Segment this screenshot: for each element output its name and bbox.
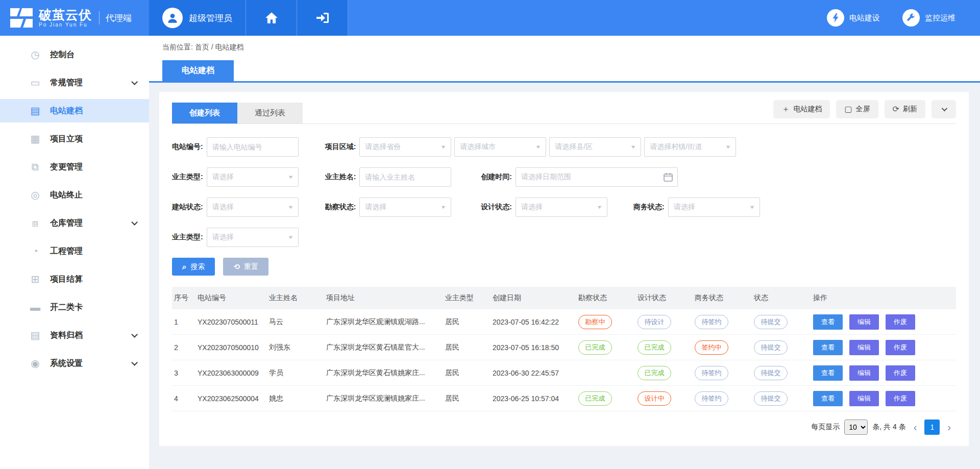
city-select[interactable]: 请选择城市 ▼ (454, 137, 546, 157)
fullscreen-button[interactable]: ▢ 全屏 (836, 100, 878, 118)
archive-icon: ▤ (29, 329, 42, 341)
status-badge: 勘察中 (578, 315, 612, 329)
edit-button[interactable]: 编辑 (849, 314, 879, 330)
nav-monitoring-ops[interactable]: 监控运维 (902, 9, 955, 27)
status-badge: 待提交 (754, 391, 788, 406)
current-page-button[interactable]: 1 (924, 419, 940, 435)
sidebar: ◷ 控制台 ▭ 常规管理 ▤ 电站建档 ▦ 项目立项 ⧉ 变更管理 ◎ 电站终止… (0, 36, 149, 469)
sidebar-item-project-initiation[interactable]: ▦ 项目立项 (0, 127, 149, 151)
sidebar-item-warehouse-management[interactable]: ⧈ 仓库管理 (0, 211, 149, 235)
void-button[interactable]: 作废 (886, 391, 915, 406)
view-button[interactable]: 查看 (813, 340, 843, 355)
tabs-row: 创建列表 通过列表 ＋ 电站建档 ▢ 全屏 ⟳ 刷新 (172, 92, 956, 124)
caret-down-icon: ▼ (725, 144, 731, 150)
owner-type-label: 业主类型: (172, 172, 203, 182)
town-select[interactable]: 请选择村镇/街道 ▼ (644, 137, 736, 157)
sidebar-item-type2-card[interactable]: ▬ 开二类卡 (0, 295, 149, 319)
plus-icon: ＋ (781, 105, 790, 113)
caret-down-icon: ▼ (596, 205, 602, 210)
table-header: 序号 电站编号 业主姓名 项目地址 业主类型 创建日期 勘察状态 设计状态 商务… (172, 287, 956, 309)
caret-down-icon: ▼ (535, 144, 542, 150)
sidebar-item-general-management[interactable]: ▭ 常规管理 (0, 71, 149, 94)
table-row: 3 YX2023063000009 学员 广东深圳龙华区黄石镇姚家庄... 居民… (172, 360, 956, 386)
view-button[interactable]: 查看 (813, 391, 843, 406)
void-button[interactable]: 作废 (886, 365, 915, 381)
build-status-select[interactable]: 请选择 ▼ (207, 198, 299, 217)
fullscreen-icon: ▢ (844, 105, 852, 113)
main-content: 当前位置: 首页 / 电站建档 电站建档 创建列表 通过列表 ＋ 电站建档 ▢ … (149, 36, 980, 469)
owner-name-input[interactable] (359, 167, 451, 187)
caret-down-icon: ▼ (287, 205, 293, 210)
business-status-label: 商务状态: (633, 203, 665, 212)
sidebar-item-engineering-management[interactable]: ◔ 工程管理 (0, 239, 149, 263)
caret-down-icon: ▼ (749, 205, 755, 210)
search-button[interactable]: ⌕ 搜索 (172, 258, 215, 276)
logout-button[interactable] (297, 0, 348, 36)
edit-button[interactable]: 编辑 (849, 391, 879, 406)
table-row: 4 YX2023062500004 姚忠 广东深圳龙华区观澜镇姚家庄... 居民… (172, 386, 956, 411)
home-button[interactable] (246, 0, 297, 36)
build-status-label: 建站状态: (172, 203, 203, 212)
region-label: 项目区域: (325, 142, 356, 152)
sidebar-item-data-archive[interactable]: ▤ 资料归档 (0, 324, 149, 347)
copy-icon: ⧉ (29, 161, 42, 173)
home-icon (265, 12, 278, 24)
sidebar-item-change-management[interactable]: ⧉ 变更管理 (0, 155, 149, 179)
breadcrumb-separator: / (211, 43, 213, 51)
view-button[interactable]: 查看 (813, 314, 843, 330)
user-menu[interactable]: 超级管理员 (149, 0, 246, 36)
tab-passed-list[interactable]: 通过列表 (237, 103, 303, 124)
sidebar-item-console[interactable]: ◷ 控制台 (0, 43, 149, 66)
status-badge: 签约中 (695, 340, 728, 355)
edit-button[interactable]: 编辑 (849, 365, 879, 381)
owner-type2-select[interactable]: 请选择 ▼ (207, 228, 299, 247)
document-icon: ▤ (29, 105, 42, 117)
chevron-down-icon (131, 331, 138, 338)
stop-circle-icon: ◎ (29, 189, 42, 201)
void-button[interactable]: 作废 (886, 340, 915, 355)
page-title-tab[interactable]: 电站建档 (162, 60, 234, 81)
breadcrumb: 当前位置: 首页 / 电站建档 (162, 43, 980, 52)
sidebar-item-station-termination[interactable]: ◎ 电站终止 (0, 183, 149, 207)
nav-station-construction[interactable]: 电站建设 (827, 9, 880, 27)
county-select[interactable]: 请选择县/区 ▼ (549, 137, 641, 157)
owner-type2-label: 业主类型: (172, 233, 203, 242)
briefcase-icon: ▦ (29, 133, 42, 145)
header-user-zone: 超级管理员 (149, 0, 348, 36)
sidebar-item-system-settings[interactable]: ◉ 系统设置 (0, 352, 149, 375)
province-select[interactable]: 请选择省份 ▼ (359, 137, 451, 157)
tab-create-list[interactable]: 创建列表 (172, 103, 237, 124)
refresh-button[interactable]: ⟳ 刷新 (885, 100, 925, 118)
status-badge: 待提交 (754, 315, 788, 329)
edit-button[interactable]: 编辑 (849, 340, 879, 355)
void-button[interactable]: 作废 (886, 314, 915, 330)
next-page-icon[interactable]: › (944, 422, 954, 432)
breadcrumb-home[interactable]: 首页 (195, 43, 209, 51)
caret-down-icon: ▼ (287, 175, 293, 180)
sidebar-item-project-settlement[interactable]: ⊞ 项目结算 (0, 267, 149, 291)
add-station-button[interactable]: ＋ 电站建档 (773, 100, 830, 118)
table-row: 2 YX2023070500010 刘强东 广东深圳龙华区黄石镇星官大... 居… (172, 335, 956, 360)
design-status-select[interactable]: 请选择 ▼ (516, 198, 607, 217)
card-icon: ▬ (29, 302, 42, 313)
status-badge: 已完成 (578, 391, 612, 406)
status-badge: 待提交 (754, 340, 788, 355)
owner-type-select[interactable]: 请选择 ▼ (207, 167, 299, 187)
business-status-select[interactable]: 请选择 ▼ (668, 198, 760, 217)
station-table: 序号 电站编号 业主姓名 项目地址 业主类型 创建日期 勘察状态 设计状态 商务… (172, 287, 956, 411)
reset-button[interactable]: ⟲ 重置 (223, 258, 268, 276)
portal-label: 代理端 (99, 11, 132, 24)
date-range-input[interactable]: 请选择日期范围 (516, 167, 678, 187)
per-page-select[interactable]: 10 (844, 419, 868, 435)
brand-title: 破茧云伏 (39, 8, 92, 21)
survey-status-select[interactable]: 请选择 ▼ (359, 198, 451, 217)
collapse-button[interactable] (932, 100, 956, 118)
sidebar-item-station-filing[interactable]: ▤ 电站建档 (0, 99, 149, 122)
view-button[interactable]: 查看 (813, 365, 843, 381)
caret-down-icon: ▼ (630, 144, 636, 150)
station-no-input[interactable] (207, 137, 299, 157)
breadcrumb-current: 电站建档 (215, 43, 243, 51)
total-count: 条, 共 4 条 (872, 423, 905, 432)
prev-page-icon[interactable]: ‹ (911, 422, 920, 432)
create-time-label: 创建时间: (481, 172, 512, 182)
